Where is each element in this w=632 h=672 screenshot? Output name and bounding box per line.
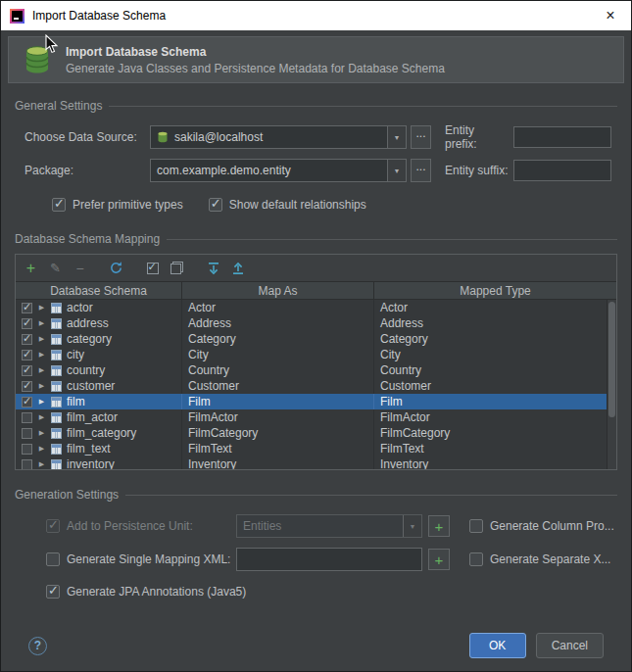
close-icon[interactable]: × bbox=[599, 7, 622, 24]
table-row[interactable]: ▶ customer Customer Customer bbox=[16, 378, 616, 394]
chevron-down-icon[interactable]: ▼ bbox=[387, 160, 406, 181]
edit-icon[interactable]: ✎ bbox=[43, 258, 68, 279]
entity-prefix-field[interactable] bbox=[513, 126, 611, 148]
add-mapping-xml-button[interactable]: + bbox=[428, 549, 450, 570]
row-expand-icon[interactable]: ▶ bbox=[37, 413, 46, 421]
show-default-checkbox-group: Show default relationships bbox=[209, 198, 366, 212]
row-expand-icon[interactable]: ▶ bbox=[37, 319, 46, 327]
ok-button[interactable]: OK bbox=[469, 633, 526, 658]
single-xml-field[interactable] bbox=[236, 548, 422, 571]
chevron-down-icon[interactable]: ▼ bbox=[387, 126, 406, 148]
schema-mapping-table: Database Schema Map As Mapped Type ▶ act… bbox=[16, 282, 616, 469]
table-icon bbox=[51, 318, 62, 329]
table-row[interactable]: ▶ film_actor FilmActor FilmActor bbox=[16, 409, 616, 425]
expand-all-icon[interactable] bbox=[201, 258, 225, 279]
help-icon[interactable]: ? bbox=[28, 637, 47, 655]
row-expand-icon[interactable]: ▶ bbox=[37, 398, 46, 406]
generate-separate-xml-label[interactable]: Generate Separate X... bbox=[490, 552, 610, 566]
row-checkbox[interactable] bbox=[22, 334, 32, 345]
banner-subtitle: Generate Java Classes and Persistence Me… bbox=[66, 62, 445, 75]
table-row[interactable]: ▶ film_category FilmCategory FilmCategor… bbox=[16, 425, 616, 441]
map-as-cell: Customer bbox=[182, 378, 374, 394]
package-combobox[interactable]: com.example.demo.entity ▼ bbox=[150, 159, 407, 182]
row-checkbox[interactable] bbox=[22, 412, 32, 423]
column-header-mapped-type[interactable]: Mapped Type bbox=[374, 282, 616, 299]
generation-settings-header: Generation Settings bbox=[15, 488, 617, 502]
entity-suffix-label: Entity suffix: bbox=[445, 164, 510, 177]
chevron-down-icon: ▼ bbox=[403, 515, 421, 537]
row-expand-icon[interactable]: ▶ bbox=[37, 366, 46, 374]
add-icon[interactable]: + bbox=[19, 258, 43, 279]
generate-jpa-annotations-checkbox[interactable] bbox=[46, 585, 60, 599]
row-expand-icon[interactable]: ▶ bbox=[37, 429, 46, 437]
map-as-value: Film bbox=[188, 395, 211, 408]
window-title: Import Database Schema bbox=[32, 9, 166, 23]
row-expand-icon[interactable]: ▶ bbox=[37, 445, 46, 453]
unselect-all-icon[interactable] bbox=[165, 258, 189, 279]
schema-name: actor bbox=[67, 301, 93, 314]
data-source-row: Choose Data Source: sakila@localhost ▼ .… bbox=[15, 124, 617, 150]
schema-mapping-header: Database Schema Mapping bbox=[15, 232, 617, 246]
data-source-browse-button[interactable]: ... bbox=[411, 125, 431, 149]
select-all-icon[interactable] bbox=[140, 258, 165, 279]
schema-name: film_text bbox=[67, 442, 111, 456]
table-row[interactable]: ▶ address Address Address bbox=[16, 315, 616, 331]
prefer-primitive-label[interactable]: Prefer primitive types bbox=[73, 198, 183, 212]
generate-single-xml-checkbox[interactable] bbox=[46, 552, 60, 566]
package-browse-button[interactable]: ... bbox=[411, 159, 431, 182]
remove-icon[interactable]: − bbox=[68, 258, 92, 279]
row-expand-icon[interactable]: ▶ bbox=[37, 304, 46, 312]
table-icon bbox=[51, 365, 62, 376]
row-checkbox[interactable] bbox=[22, 381, 32, 392]
row-checkbox[interactable] bbox=[22, 303, 32, 313]
mapped-type-value: FilmCategory bbox=[380, 426, 450, 440]
row-expand-icon[interactable]: ▶ bbox=[37, 351, 46, 359]
entity-suffix-field[interactable] bbox=[513, 160, 611, 181]
show-default-relationships-checkbox[interactable] bbox=[209, 198, 222, 212]
generate-separate-xml-checkbox[interactable] bbox=[469, 552, 483, 566]
map-as-cell: Inventory bbox=[182, 456, 374, 469]
cancel-button[interactable]: Cancel bbox=[536, 633, 604, 658]
column-header-database-schema[interactable]: Database Schema bbox=[16, 282, 182, 299]
table-icon bbox=[51, 334, 62, 345]
map-as-value: FilmActor bbox=[188, 410, 238, 424]
table-row[interactable]: ▶ city City City bbox=[16, 347, 616, 362]
table-row[interactable]: ▶ film Film Film bbox=[16, 394, 616, 409]
column-header-map-as[interactable]: Map As bbox=[182, 282, 374, 299]
title-bar: Import Database Schema × bbox=[1, 1, 631, 30]
row-checkbox[interactable] bbox=[22, 350, 32, 360]
table-row[interactable]: ▶ film_text FilmText FilmText bbox=[16, 441, 616, 456]
row-checkbox[interactable] bbox=[22, 318, 32, 329]
generate-single-xml-label[interactable]: Generate Single Mapping XML: bbox=[67, 552, 236, 566]
table-row[interactable]: ▶ country Country Country bbox=[16, 362, 616, 378]
map-as-value: Actor bbox=[188, 301, 216, 314]
row-checkbox[interactable] bbox=[22, 365, 32, 376]
row-checkbox[interactable] bbox=[22, 428, 32, 439]
add-persistence-unit-button[interactable]: + bbox=[428, 515, 450, 537]
scrollbar-thumb[interactable] bbox=[608, 302, 615, 417]
data-source-combobox[interactable]: sakila@localhost ▼ bbox=[150, 125, 407, 149]
table-scrollbar[interactable] bbox=[607, 300, 616, 469]
table-row[interactable]: ▶ inventory Inventory Inventory bbox=[16, 456, 616, 469]
row-expand-icon[interactable]: ▶ bbox=[37, 335, 46, 343]
table-row[interactable]: ▶ actor Actor Actor bbox=[16, 300, 616, 315]
generate-column-properties-checkbox[interactable] bbox=[469, 519, 483, 533]
mapped-type-cell: City bbox=[374, 347, 616, 362]
collapse-all-icon[interactable] bbox=[225, 258, 250, 279]
mapped-type-value: Film bbox=[380, 395, 403, 408]
row-checkbox[interactable] bbox=[22, 397, 32, 408]
row-checkbox[interactable] bbox=[22, 459, 32, 470]
mapped-type-value: Inventory bbox=[380, 457, 428, 469]
mapped-type-cell: Film bbox=[374, 394, 616, 409]
refresh-icon[interactable] bbox=[104, 258, 128, 279]
generate-column-properties-label[interactable]: Generate Column Pro... bbox=[490, 519, 614, 533]
general-settings-label: General Settings bbox=[15, 99, 102, 113]
row-checkbox[interactable] bbox=[22, 444, 32, 455]
table-row[interactable]: ▶ category Category Category bbox=[16, 331, 616, 347]
prefer-primitive-checkbox[interactable] bbox=[52, 198, 66, 212]
single-mapping-xml-row: Generate Single Mapping XML: + Generate … bbox=[15, 547, 617, 572]
row-expand-icon[interactable]: ▶ bbox=[37, 460, 46, 468]
generate-jpa-annotations-label[interactable]: Generate JPA Annotations (Java5) bbox=[67, 585, 246, 599]
row-expand-icon[interactable]: ▶ bbox=[37, 382, 46, 390]
show-default-relationships-label[interactable]: Show default relationships bbox=[229, 198, 366, 212]
